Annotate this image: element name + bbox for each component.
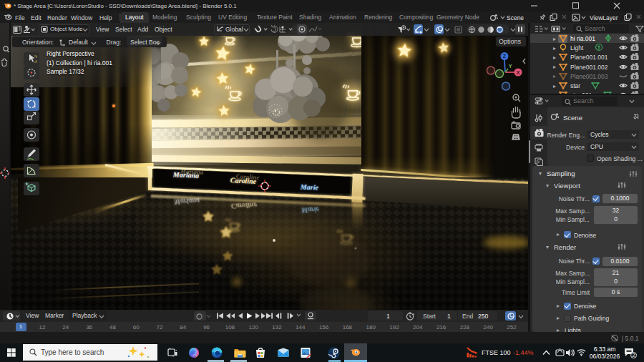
svg-text:Z: Z xyxy=(503,54,507,59)
svg-text:X: X xyxy=(517,70,520,75)
svg-text:Y: Y xyxy=(509,64,512,69)
svg-text:2: 2 xyxy=(633,353,635,358)
